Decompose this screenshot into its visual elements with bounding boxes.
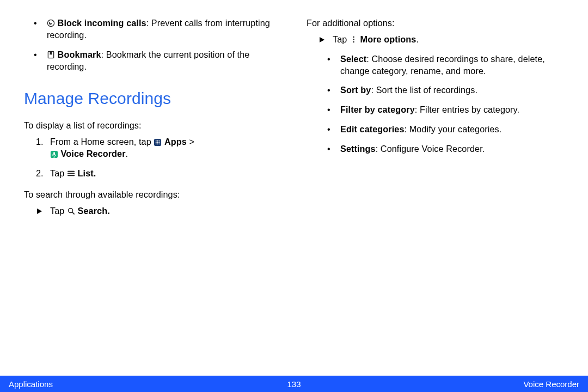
option-desc: : Sort the list of recordings. (371, 85, 477, 95)
option-title: Select (340, 54, 366, 64)
option-desc: : Configure Voice Recorder. (376, 144, 485, 154)
arrow-item-search: Tap Search. (36, 205, 281, 217)
option-title: Sort by (340, 85, 371, 95)
text: Tap (50, 206, 67, 216)
bullet-title: Block incoming calls (58, 18, 146, 28)
more-options-label: More options (360, 34, 416, 44)
option-edit-categories: Edit categories: Modify your categories. (340, 124, 564, 136)
bullet-title: Bookmark (58, 50, 101, 59)
option-desc: : Filter entries by category. (415, 105, 519, 114)
intro-additional-options: For additional options: (307, 17, 564, 29)
svg-line-18 (72, 212, 74, 214)
svg-point-11 (159, 143, 160, 144)
option-filter-by-category: Filter by category: Filter entries by ca… (340, 104, 564, 116)
svg-rect-13 (53, 152, 55, 155)
intro-display-list: To display a list of recordings: (24, 120, 281, 132)
footer-right: Voice Recorder (523, 379, 579, 389)
arrow-list-more-options: Tap More options. (307, 34, 564, 46)
arrow-item-more-options: Tap More options. (318, 34, 564, 46)
more-options-icon (350, 35, 358, 43)
intro-search: To search through available recordings: (24, 189, 281, 201)
option-select: Select: Choose desired recordings to sha… (340, 53, 564, 77)
footer-page-number: 133 (287, 379, 301, 389)
svg-point-21 (353, 41, 354, 43)
option-sort-by: Sort by: Sort the list of recordings. (340, 84, 564, 96)
section-heading-manage-recordings: Manage Recordings (24, 88, 281, 110)
option-desc: : Choose desired recordings to share, de… (340, 54, 545, 76)
text: . (126, 149, 128, 158)
svg-point-6 (156, 142, 157, 143)
manual-page: Block incoming calls: Prevent calls from… (0, 0, 588, 392)
svg-point-9 (156, 143, 157, 144)
svg-point-20 (353, 39, 354, 40)
left-column: Block incoming calls: Prevent calls from… (24, 17, 281, 225)
text: Tap (333, 34, 350, 44)
bullet-bookmark: Bookmark: Bookmark the current position … (47, 49, 281, 73)
arrow-right-icon (36, 206, 44, 218)
numbered-steps: 1. From a Home screen, tap Apps > Voice … (24, 136, 281, 180)
apps-icon (154, 138, 162, 146)
block-calls-icon (47, 19, 55, 27)
arrow-right-icon (318, 35, 326, 47)
svg-point-10 (157, 143, 158, 144)
text: . (416, 34, 419, 44)
step-number: 2. (36, 168, 44, 180)
voice-recorder-label: Voice Recorder (61, 149, 126, 158)
list-label: List. (78, 168, 96, 178)
arrow-list-search: Tap Search. (24, 205, 281, 217)
top-bullet-list: Block incoming calls: Prevent calls from… (24, 17, 281, 72)
footer-left: Applications (9, 379, 53, 389)
option-desc: : Modify your categories. (405, 124, 502, 134)
text: Tap (50, 168, 67, 178)
right-column: For additional options: Tap More options… (307, 17, 564, 225)
option-title: Edit categories (340, 124, 405, 134)
more-options-list: Select: Choose desired recordings to sha… (307, 53, 564, 155)
step-number: 1. (36, 136, 44, 148)
svg-point-19 (353, 36, 354, 38)
search-label: Search. (78, 206, 110, 216)
text: From a Home screen, tap (50, 137, 154, 146)
apps-label: Apps (164, 137, 187, 146)
bullet-block-calls: Block incoming calls: Prevent calls from… (47, 17, 281, 41)
step-text: From a Home screen, tap Apps > Voice Rec… (50, 137, 194, 158)
search-icon (67, 206, 75, 215)
svg-point-7 (157, 142, 158, 143)
svg-point-0 (47, 20, 54, 26)
list-icon (67, 169, 75, 177)
bookmark-icon (47, 50, 55, 58)
option-settings: Settings: Configure Voice Recorder. (340, 143, 564, 155)
two-column-layout: Block incoming calls: Prevent calls from… (24, 17, 564, 225)
step-1: 1. From a Home screen, tap Apps > Voice … (36, 136, 281, 160)
option-title: Filter by category (340, 105, 415, 114)
svg-point-8 (159, 142, 160, 143)
page-footer: Applications 133 Voice Recorder (0, 376, 588, 392)
svg-point-3 (156, 140, 157, 142)
svg-point-4 (157, 140, 158, 142)
option-title: Settings (340, 144, 376, 154)
step-2: 2. Tap List. (36, 168, 281, 180)
voice-recorder-icon (50, 150, 58, 158)
svg-point-5 (159, 140, 160, 142)
text: > (187, 137, 194, 146)
